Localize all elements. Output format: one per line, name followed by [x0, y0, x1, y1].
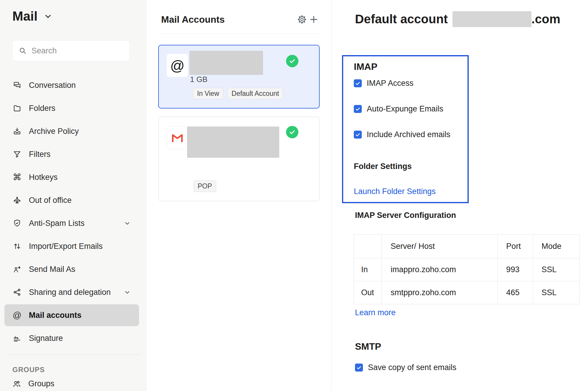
sidebar-nav: Conversation Folders Archive Policy Filt…: [0, 74, 146, 350]
save-sent-copy-row: Save copy of sent emails: [355, 363, 456, 372]
sidebar-item-filters[interactable]: Filters: [0, 143, 146, 166]
sidebar-item-archive-policy[interactable]: Archive Policy: [0, 120, 146, 143]
cell-direction: In: [354, 258, 382, 281]
signature-icon: [12, 334, 22, 343]
sidebar-item-label: Folders: [29, 104, 55, 113]
imap-access-checkbox[interactable]: [354, 79, 362, 87]
mail-accounts-panel: Mail Accounts @ 1 GB In View Default Acc…: [147, 0, 331, 391]
chevron-down-icon: [124, 220, 131, 227]
add-account-icon[interactable]: [308, 14, 320, 25]
account-card-default[interactable]: @ 1 GB In View Default Account: [158, 45, 320, 109]
sidebar-item-label: Out of office: [29, 196, 72, 205]
column-header-server-host: Server/ Host: [381, 235, 498, 258]
panel-title: Mail Accounts: [161, 14, 296, 25]
settings-sidebar: Mail Conversation Folders Archiv: [0, 0, 146, 391]
share-nodes-icon: [12, 288, 22, 297]
command-icon: ⌘: [12, 172, 22, 182]
folder-icon: [12, 104, 22, 113]
sidebar-item-import-export-emails[interactable]: Import/Export Emails: [0, 235, 146, 258]
save-sent-copy-checkbox[interactable]: [355, 364, 363, 372]
sidebar-item-label: Mail accounts: [29, 311, 82, 320]
settings-gear-icon[interactable]: [296, 14, 308, 25]
active-check-badge: [286, 126, 298, 138]
title-suffix: .com: [531, 12, 560, 26]
airplane-icon: [12, 196, 22, 205]
search-box[interactable]: [12, 40, 130, 61]
sidebar-item-label: Send Mail As: [29, 265, 75, 274]
mail-accounts-header: Mail Accounts: [161, 12, 320, 27]
include-archived-row: Include Archived emails: [354, 130, 450, 139]
people-icon: [12, 380, 21, 388]
sidebar-item-conversation[interactable]: Conversation: [0, 74, 146, 97]
account-tags: In View Default Account: [193, 88, 283, 99]
chevron-down-icon: [44, 12, 52, 21]
tag-pop: POP: [194, 180, 216, 192]
sidebar-item-label: Anti-Spam Lists: [29, 219, 85, 228]
redacted-account-name: [452, 11, 531, 27]
sidebar-item-label: Hotkeys: [29, 173, 58, 182]
checkbox-label: Save copy of sent emails: [368, 363, 456, 372]
cell-port: 465: [498, 281, 533, 304]
sidebar-item-label: Signature: [29, 334, 63, 343]
redacted-email-address: [189, 51, 263, 75]
account-card-gmail[interactable]: POP: [158, 116, 320, 201]
at-sign-icon: @: [12, 310, 22, 320]
imap-section-heading: IMAP: [354, 61, 377, 72]
table-row-outgoing: Out smtppro.zoho.com 465 SSL: [354, 281, 580, 304]
sidebar-item-label: Groups: [28, 379, 54, 388]
imap-settings-highlight-box: IMAP IMAP Access Auto-Expunge Emails Inc…: [342, 55, 469, 203]
folder-settings-heading: Folder Settings: [354, 162, 412, 171]
title-prefix: Default account: [355, 12, 448, 26]
table-row-incoming: In imappro.zoho.com 993 SSL: [354, 258, 580, 281]
column-header-blank: [354, 235, 382, 258]
imap-access-row: IMAP Access: [354, 79, 414, 88]
arrows-up-down-icon: [12, 242, 22, 251]
active-check-badge: [286, 55, 298, 67]
person-arrow-icon: [12, 264, 22, 274]
app-switcher[interactable]: Mail: [12, 9, 52, 24]
cell-direction: Out: [354, 281, 382, 304]
search-input[interactable]: [32, 46, 136, 55]
cell-mode: SSL: [533, 258, 580, 281]
shield-check-icon: [12, 218, 22, 228]
sidebar-item-mail-accounts[interactable]: @ Mail accounts: [4, 304, 139, 326]
cell-mode: SSL: [533, 281, 580, 304]
conversation-icon: [12, 80, 22, 90]
include-archived-checkbox[interactable]: [354, 131, 362, 139]
auto-expunge-row: Auto-Expunge Emails: [354, 104, 443, 114]
learn-more-link[interactable]: Learn more: [355, 308, 396, 317]
redacted-email-address: [187, 126, 279, 158]
sidebar-item-hotkeys[interactable]: ⌘ Hotkeys: [0, 166, 146, 189]
sidebar-item-groups[interactable]: Groups: [12, 379, 54, 388]
sidebar-item-out-of-office[interactable]: Out of office: [0, 189, 146, 212]
cell-server-host: smtppro.zoho.com: [381, 281, 498, 304]
sidebar-divider: [6, 354, 141, 355]
table-header-row: Server/ Host Port Mode: [354, 235, 580, 258]
at-sign-account-icon: @: [167, 54, 188, 77]
gmail-icon: [167, 126, 188, 149]
launch-folder-settings-link[interactable]: Launch Folder Settings: [354, 187, 436, 196]
header-divider: [161, 34, 320, 34]
auto-expunge-checkbox[interactable]: [354, 105, 362, 113]
sidebar-item-sharing-and-delegation[interactable]: Sharing and delegation: [0, 281, 146, 304]
sidebar-item-folders[interactable]: Folders: [0, 97, 146, 120]
sidebar-item-anti-spam-lists[interactable]: Anti-Spam Lists: [0, 212, 146, 235]
imap-server-config-heading: IMAP Server Configuration: [355, 211, 456, 220]
sidebar-item-signature[interactable]: Signature: [0, 327, 146, 350]
column-header-mode: Mode: [533, 235, 580, 258]
sidebar-item-label: Import/Export Emails: [29, 242, 103, 251]
checkbox-label: Include Archived emails: [367, 130, 450, 139]
checkbox-label: Auto-Expunge Emails: [367, 104, 443, 114]
tag-default-account: Default Account: [227, 88, 283, 99]
sidebar-item-label: Conversation: [29, 81, 76, 90]
tag-in-view: In View: [193, 88, 223, 99]
app-title: Mail: [12, 9, 38, 24]
cell-server-host: imappro.zoho.com: [381, 258, 498, 281]
filter-funnel-icon: [12, 150, 22, 159]
page-title: Default account .com: [355, 11, 560, 27]
sidebar-item-label: Archive Policy: [29, 127, 79, 136]
smtp-section-heading: SMTP: [355, 341, 381, 352]
sidebar-item-send-mail-as[interactable]: Send Mail As: [0, 258, 146, 281]
imap-server-config-table: Server/ Host Port Mode In imappro.zoho.c…: [354, 234, 580, 304]
archive-icon: [12, 126, 22, 136]
